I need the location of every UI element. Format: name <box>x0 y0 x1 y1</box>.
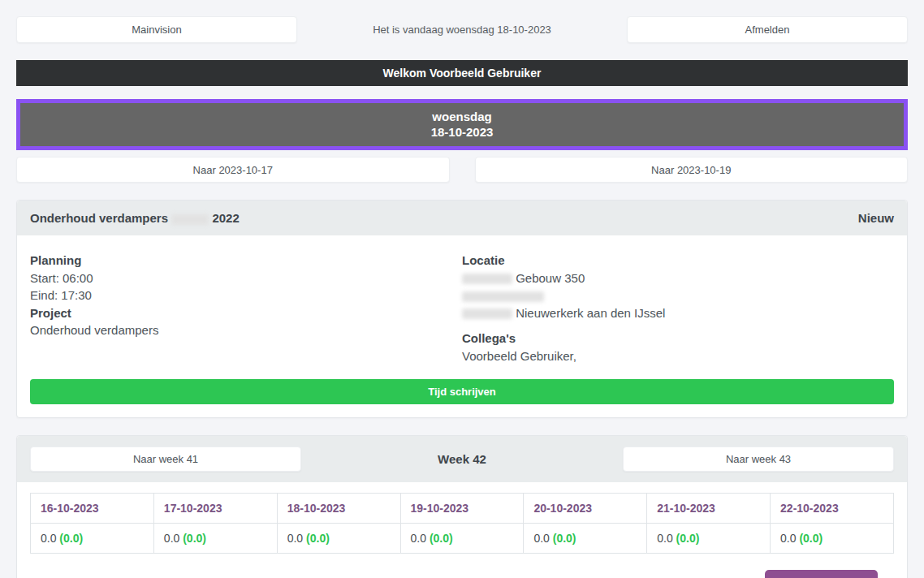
job-card-header: Onderhoud verdampers 2022 Nieuw <box>17 201 907 235</box>
planning-end: Eind: 17:30 <box>30 287 462 304</box>
week-card: Naar week 41 Week 42 Naar week 43 16-10-… <box>16 435 908 578</box>
hours-cell: 0.0 (0.0) <box>647 524 771 554</box>
hours-value: 0.0 <box>164 532 179 545</box>
next-week-button[interactable]: Naar week 43 <box>623 446 894 472</box>
location-line-1: Gebouw 350 <box>462 270 894 287</box>
hours-extra-value: (0.0) <box>676 532 700 545</box>
previous-day-button[interactable]: Naar 2023-10-17 <box>16 157 450 183</box>
hours-value: 0.0 <box>287 532 303 545</box>
date-column-header: 19-10-2023 <box>400 494 524 524</box>
hours-cell: 0.0 (0.0) <box>31 524 154 554</box>
previous-week-button[interactable]: Naar week 41 <box>30 446 301 472</box>
location-line-2 <box>462 287 894 304</box>
hours-cell: 0.0 (0.0) <box>524 524 647 554</box>
date-column-header: 18-10-2023 <box>277 494 400 524</box>
location-heading: Locatie <box>462 252 894 270</box>
hours-extra-value: (0.0) <box>799 532 823 545</box>
date-column-header: 17-10-2023 <box>153 494 277 524</box>
hours-extra-value: (0.0) <box>553 532 576 545</box>
hours-value: 0.0 <box>411 532 426 545</box>
date-column-header: 22-10-2023 <box>771 494 894 524</box>
job-card-title: Onderhoud verdampers 2022 <box>30 211 240 225</box>
top-bar: Mainvision Het is vandaag woensdag 18-10… <box>16 16 908 43</box>
planning-column: Planning Start: 06:00 Eind: 17:30 Projec… <box>30 252 462 364</box>
write-time-button[interactable]: Tijd schrijven <box>30 379 894 404</box>
previous-week-button-label: Naar week 41 <box>133 453 198 465</box>
week-card-footer <box>17 554 907 578</box>
colleagues-heading: Collega's <box>462 330 894 347</box>
page: Mainvision Het is vandaag woensdag 18-10… <box>0 0 924 578</box>
redacted-text <box>462 308 512 319</box>
hours-extra-value: (0.0) <box>430 532 453 545</box>
hours-cell: 0.0 (0.0) <box>400 524 524 554</box>
job-card-body: Planning Start: 06:00 Eind: 17:30 Projec… <box>17 235 907 371</box>
hours-value: 0.0 <box>780 532 796 545</box>
selected-day-weekday: woensdag <box>20 109 904 124</box>
project-name: Onderhoud verdampers <box>30 321 462 339</box>
hours-extra-value: (0.0) <box>183 532 206 545</box>
week-table-wrapper: 16-10-2023 17-10-2023 18-10-2023 19-10-2… <box>17 482 907 554</box>
planning-start: Start: 06:00 <box>30 270 462 287</box>
day-navigation: Naar 2023-10-17 Naar 2023-10-19 <box>16 157 908 183</box>
hours-cell: 0.0 (0.0) <box>153 524 277 554</box>
date-column-header: 21-10-2023 <box>647 494 771 524</box>
hours-value: 0.0 <box>657 532 672 545</box>
week-hours-table: 16-10-2023 17-10-2023 18-10-2023 19-10-2… <box>30 493 894 554</box>
logout-button-label: Afmelden <box>745 24 790 36</box>
next-day-button-label: Naar 2023-10-19 <box>651 164 731 176</box>
location-column: Locatie Gebouw 350 Nieuwerkerk aan den I… <box>462 252 894 364</box>
previous-day-button-label: Naar 2023-10-17 <box>193 164 273 176</box>
location-line-3: Nieuwerkerk aan den IJssel <box>462 304 894 322</box>
hours-value: 0.0 <box>41 532 56 545</box>
today-text: Het is vandaag woensdag 18-10-2023 <box>297 16 627 36</box>
date-column-header: 20-10-2023 <box>524 494 647 524</box>
date-column-header: 16-10-2023 <box>31 494 154 524</box>
selected-day-panel: woensdag 18-10-2023 <box>16 99 908 150</box>
status-badge: Nieuw <box>858 211 894 225</box>
job-card: Onderhoud verdampers 2022 Nieuw Planning… <box>16 200 908 418</box>
mainvision-button[interactable]: Mainvision <box>16 16 297 43</box>
redacted-text <box>171 214 209 225</box>
current-week-label: Week 42 <box>301 452 623 466</box>
redacted-text <box>462 291 544 302</box>
job-title-suffix: 2022 <box>212 211 239 225</box>
colleagues-names: Voorbeeld Gebruiker, <box>462 347 894 365</box>
hours-value: 0.0 <box>533 532 549 545</box>
welcome-text: Welkom Voorbeeld Gebruiker <box>383 67 542 80</box>
table-header-row: 16-10-2023 17-10-2023 18-10-2023 19-10-2… <box>31 494 894 524</box>
location-city: Nieuwerkerk aan den IJssel <box>516 306 665 320</box>
logout-button[interactable]: Afmelden <box>627 16 908 43</box>
welcome-bar: Welkom Voorbeeld Gebruiker <box>16 60 908 86</box>
hours-cell: 0.0 (0.0) <box>277 524 400 554</box>
mainvision-button-label: Mainvision <box>132 24 181 36</box>
location-building: Gebouw 350 <box>516 271 585 285</box>
planning-heading: Planning <box>30 252 462 270</box>
week-action-button[interactable] <box>765 570 878 578</box>
table-values-row: 0.0 (0.0) 0.0 (0.0) 0.0 (0.0) 0.0 (0.0) … <box>31 524 894 554</box>
next-day-button[interactable]: Naar 2023-10-19 <box>475 157 909 183</box>
next-week-button-label: Naar week 43 <box>726 453 791 465</box>
redacted-text <box>462 274 512 284</box>
project-heading: Project <box>30 304 462 322</box>
week-card-header: Naar week 41 Week 42 Naar week 43 <box>17 436 907 482</box>
hours-cell: 0.0 (0.0) <box>771 524 894 554</box>
job-title-prefix: Onderhoud verdampers <box>30 211 168 225</box>
selected-day-date: 18-10-2023 <box>20 124 904 140</box>
hours-extra-value: (0.0) <box>306 532 330 545</box>
hours-extra-value: (0.0) <box>59 532 83 545</box>
